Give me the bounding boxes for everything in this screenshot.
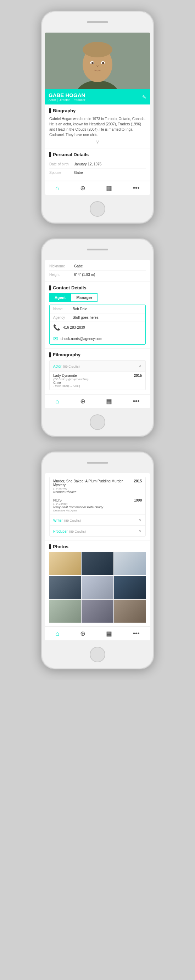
person-roles: Actor | Director | Producer <box>49 98 85 102</box>
spouse-label: Spouse <box>49 171 74 175</box>
agent-tab[interactable]: Agent <box>49 293 71 302</box>
photo-4[interactable] <box>49 576 81 599</box>
contact-name-value: Bob Dole <box>73 307 87 311</box>
nav-globe-icon[interactable]: ⊕ <box>80 184 85 192</box>
producer-label-group: Producer (89 Credits) <box>53 528 86 534</box>
screen-1: GABE HOGAN Actor | Director | Producer ✎… <box>45 33 150 195</box>
collapse-icon[interactable]: ∧ <box>139 363 142 368</box>
contact-phone-value: 416 283-2839 <box>63 326 85 329</box>
contact-phone-row: 📞 416 283-2839 <box>50 322 145 333</box>
actor-role-header[interactable]: Actor (89 Credits) ∧ <box>50 361 145 372</box>
film-entry-3-left: NCIS (TV Series) Navy Seal Commander Pet… <box>53 498 103 512</box>
nav-home-icon-3[interactable]: ⌂ <box>55 630 59 638</box>
nav-more-icon[interactable]: ••• <box>133 185 140 192</box>
film-3-type: (TV Series) <box>53 502 103 505</box>
actor-role-label: Actor (89 Credits) <box>53 363 80 369</box>
film-1-title: Lady Dynamite <box>53 374 89 377</box>
film-card-2: Murder, She Baked: A Plum Pudding Murder… <box>49 477 146 536</box>
photo-7[interactable] <box>49 600 81 623</box>
section-bar-5 <box>49 544 51 549</box>
name-bar: GABE HOGAN Actor | Director | Producer ✎ <box>45 89 150 105</box>
producer-credits: (89 Credits) <box>69 530 86 533</box>
contact-tab-bar: Agent Manager <box>49 293 146 302</box>
photo-5[interactable] <box>82 576 113 599</box>
film-2-character: Norman Rhodes <box>53 490 134 494</box>
phone-frame-3: Murder, She Baked: A Plum Pudding Murder… <box>41 451 154 670</box>
contact-agency-value: Stuff goes heres <box>73 315 99 320</box>
bottom-nav-3: ⌂ ⊕ ▦ ••• <box>45 627 150 640</box>
film-3-title: NCIS <box>53 498 103 502</box>
writer-label-group: Writer (89 Credits) <box>53 517 81 523</box>
photo-3[interactable] <box>114 552 146 575</box>
phone-icon: 📞 <box>53 324 60 331</box>
nickname-section: Nickname Gabe Height 6' 4" (1.93 m) <box>45 260 150 282</box>
producer-label: Producer <box>53 530 68 533</box>
producer-chevron[interactable]: ∨ <box>139 528 142 533</box>
phone-frame-1: GABE HOGAN Actor | Director | Producer ✎… <box>41 11 154 224</box>
biography-title: Biography <box>49 108 146 113</box>
profile-image <box>45 33 150 89</box>
contact-agency-row: Agency Stuff goes heres <box>50 313 145 322</box>
film-1-character: Craig <box>53 381 89 384</box>
svg-point-8 <box>102 62 104 64</box>
nav-photo-icon-2[interactable]: ▦ <box>106 398 112 405</box>
photos-grid <box>49 552 146 623</box>
film-3-year: 1998 <box>134 498 142 512</box>
photo-9[interactable] <box>114 600 146 623</box>
detail-row-dob: Date of birth January 12, 1976 <box>49 160 146 169</box>
actor-label: Actor <box>53 364 61 368</box>
nav-photo-icon[interactable]: ▦ <box>106 184 112 192</box>
producer-collapsed[interactable]: Producer (89 Credits) ∨ <box>50 525 145 536</box>
nav-globe-icon-3[interactable]: ⊕ <box>80 630 85 638</box>
nav-globe-icon-2[interactable]: ⊕ <box>80 398 85 405</box>
writer-credits: (89 Credits) <box>64 519 81 522</box>
contact-label: Contact Details <box>53 285 86 290</box>
personal-details-section: Personal Details Date of birth January 1… <box>45 148 150 181</box>
contact-email-row: ✉ chuck.norris@agency.com <box>50 333 145 344</box>
film-entry-2-left: Murder, She Baked: A Plum Pudding Murder… <box>53 479 134 494</box>
contact-card: Name Bob Dole Agency Stuff goes heres 📞 … <box>49 305 146 345</box>
film-1-note: (pre-production) <box>69 377 89 381</box>
email-icon: ✉ <box>53 336 58 342</box>
film-1-type: (TV Series) (pre-production) <box>53 377 89 381</box>
detail-row-height: Height 6' 4" (1.93 m) <box>49 270 146 279</box>
phone-frame-2: Nickname Gabe Height 6' 4" (1.93 m) Cont… <box>41 238 154 437</box>
dob-label: Date of birth <box>49 162 74 166</box>
section-bar-4 <box>49 352 51 357</box>
nav-home-icon-2[interactable]: ⌂ <box>55 398 59 405</box>
nav-photo-icon-3[interactable]: ▦ <box>106 630 112 638</box>
film-1-series: (TV Series) <box>53 377 67 381</box>
spouse-value: Gabe <box>74 171 83 175</box>
actor-credits: (89 Credits) <box>63 365 80 368</box>
nav-more-icon-2[interactable]: ••• <box>133 398 140 405</box>
biography-text: Gabriel Hogan was born in 1973 in Toront… <box>49 116 146 137</box>
nickname-value: Gabe <box>74 264 83 268</box>
manager-tab[interactable]: Manager <box>71 293 98 302</box>
personal-details-label: Personal Details <box>53 152 89 157</box>
edit-icon[interactable]: ✎ <box>142 94 146 100</box>
filmography-section: Filmography Actor (89 Credits) ∧ Lady Dy… <box>45 348 150 394</box>
film-2-title: Murder, She Baked: A Plum Pudding Murder… <box>53 479 134 487</box>
film-1-sub: - Mein Ramp ... Craig <box>53 384 89 387</box>
screen-2: Nickname Gabe Height 6' 4" (1.93 m) Cont… <box>45 260 150 408</box>
photo-1[interactable] <box>49 552 81 575</box>
expand-arrow[interactable]: ∨ <box>49 139 146 145</box>
photo-2[interactable] <box>82 552 113 575</box>
svg-point-4 <box>83 42 112 57</box>
personal-details-title: Personal Details <box>49 152 146 157</box>
writer-collapsed[interactable]: Writer (89 Credits) ∨ <box>50 515 145 525</box>
nav-home-icon[interactable]: ⌂ <box>55 185 59 192</box>
section-bar-2 <box>49 152 51 157</box>
film-card: Actor (89 Credits) ∧ Lady Dynamite (TV S… <box>49 360 146 390</box>
writer-chevron[interactable]: ∨ <box>139 517 142 522</box>
detail-row-spouse: Spouse Gabe <box>49 169 146 177</box>
photo-6[interactable] <box>114 576 146 599</box>
nav-more-icon-3[interactable]: ••• <box>133 630 140 638</box>
section-bar <box>49 108 51 113</box>
photos-label: Photos <box>53 544 69 549</box>
photo-8[interactable] <box>82 600 113 623</box>
writer-label: Writer <box>53 519 62 522</box>
name-bar-text: GABE HOGAN Actor | Director | Producer <box>49 92 85 102</box>
contact-agency-label: Agency <box>53 315 73 320</box>
svg-point-7 <box>91 62 94 64</box>
